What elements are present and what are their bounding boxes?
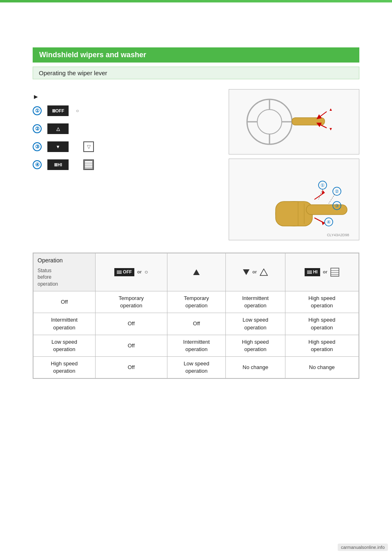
table-row-3: Low speedoperation Off Intermittentopera… [33, 335, 359, 356]
svg-text:▼: ▼ [329, 127, 333, 131]
symbol-down-outline: ▽ [83, 141, 94, 152]
page: Windshield wipers and washer Operating t… [0, 0, 392, 555]
wiper-symbol-up: △ [47, 123, 69, 134]
symbol-hi-outline [83, 159, 94, 170]
circle-num-2: ② [33, 124, 42, 133]
table-row-4: High speedoperation Off Low speedoperati… [33, 357, 359, 378]
wiper-lever-diagram-bottom: ① ② ③ ④ [233, 161, 355, 238]
ops-table-wrapper: Operation Statusbeforeoperation OFF or ○ [33, 253, 359, 379]
content-area: Windshield wipers and washer Operating t… [0, 23, 392, 395]
sub-header-text: Operating the wiper lever [39, 69, 107, 76]
controls-list: ► ① ≣OFF ○ ② △ ③ ▼ ▽ [33, 89, 216, 240]
row1-col2: Temporaryoperation [167, 291, 226, 313]
row2-col3: Low speedoperation [226, 313, 285, 335]
row4-col4: No change [285, 357, 359, 378]
wiper-symbol-off: ≣OFF [47, 105, 69, 116]
svg-text:③: ③ [335, 203, 339, 208]
or-text-1: ○ [76, 108, 79, 114]
control-item-2: ② △ [33, 123, 216, 134]
control-item-4: ④ ≣HI [33, 159, 216, 170]
table-row-1: Off Temporaryoperation Temporaryoperatio… [33, 291, 359, 313]
circle-num-3: ③ [33, 142, 42, 151]
sym-hi: HI [305, 268, 320, 276]
row2-col2: Off [167, 313, 226, 335]
sub-header: Operating the wiper lever [33, 67, 359, 79]
svg-text:CLY43A2D98: CLY43A2D98 [327, 233, 349, 237]
diagram-top: ▲ ▼ [229, 89, 359, 154]
row4-col1: Off [95, 357, 167, 378]
table-row-2: Intermittentoperation Off Off Low speedo… [33, 313, 359, 335]
controls-area: ► ① ≣OFF ○ ② △ ③ ▼ ▽ [33, 89, 359, 240]
diagram-bottom: ① ② ③ ④ [229, 159, 359, 240]
row4-col2: Low speedoperation [167, 357, 226, 378]
table-header-operation: Operation Statusbeforeoperation [33, 253, 96, 291]
row1-col1: Temporaryoperation [95, 291, 167, 313]
sym-off-1: OFF [114, 268, 134, 276]
row2-col1: Off [95, 313, 167, 335]
row2-status: Intermittentoperation [33, 313, 96, 335]
table-col-header-1: OFF or ○ [95, 253, 167, 291]
section-header: Windshield wipers and washer [33, 47, 359, 63]
svg-line-25 [329, 194, 335, 204]
row3-status: Low speedoperation [33, 335, 96, 356]
table-col-header-3: or [226, 253, 285, 291]
row1-col3: Intermittentoperation [226, 291, 285, 313]
svg-marker-38 [260, 269, 267, 275]
wiper-symbol-down: ▼ [47, 141, 69, 152]
control-item-1: ① ≣OFF ○ [33, 105, 216, 116]
svg-text:①: ① [321, 183, 325, 188]
wiper-lever-diagram-top: ▲ ▼ [233, 91, 355, 152]
svg-rect-0 [85, 161, 93, 169]
svg-text:②: ② [335, 189, 339, 194]
ops-table: Operation Statusbeforeoperation OFF or ○ [33, 253, 359, 378]
circle-num-1: ① [33, 106, 42, 115]
diagram-area: ▲ ▼ [229, 89, 359, 240]
svg-rect-42 [331, 268, 339, 276]
row4-col3: No change [226, 357, 285, 378]
control-item-3: ③ ▼ ▽ [33, 141, 216, 152]
top-green-stripe [0, 0, 392, 2]
svg-text:▲: ▲ [329, 107, 333, 112]
sym-triangle-down-outline [260, 269, 268, 276]
row3-col3: High speedoperation [226, 335, 285, 356]
bullet-intro: ► [33, 93, 216, 101]
row2-col4: High speedoperation [285, 313, 359, 335]
row4-status: High speedoperation [33, 357, 96, 378]
sym-triangle-down-filled [243, 269, 249, 275]
sym-triangle-up [193, 269, 200, 275]
row1-status: Off [33, 291, 96, 313]
wiper-symbol-hi: ≣HI [47, 159, 69, 170]
svg-rect-10 [292, 118, 325, 125]
svg-point-5 [257, 110, 282, 134]
table-col-header-2 [167, 253, 226, 291]
sym-striped-box [330, 268, 339, 277]
svg-marker-33 [322, 221, 325, 225]
row1-col4: High speedoperation [285, 291, 359, 313]
svg-line-11 [318, 112, 327, 118]
circle-num-4: ④ [33, 160, 42, 169]
sym-circle-1: ○ [145, 268, 148, 276]
svg-text:④: ④ [327, 219, 331, 224]
row3-col2: Intermittentoperation [167, 335, 226, 356]
watermark: carmanualsonline.info [338, 544, 388, 551]
svg-line-30 [314, 192, 325, 199]
row3-col4: High speedoperation [285, 335, 359, 356]
svg-rect-16 [276, 201, 312, 226]
section-header-text: Windshield wipers and washer [39, 51, 146, 59]
row3-col1: Off [95, 335, 167, 356]
table-col-header-4: HI or [285, 253, 359, 291]
